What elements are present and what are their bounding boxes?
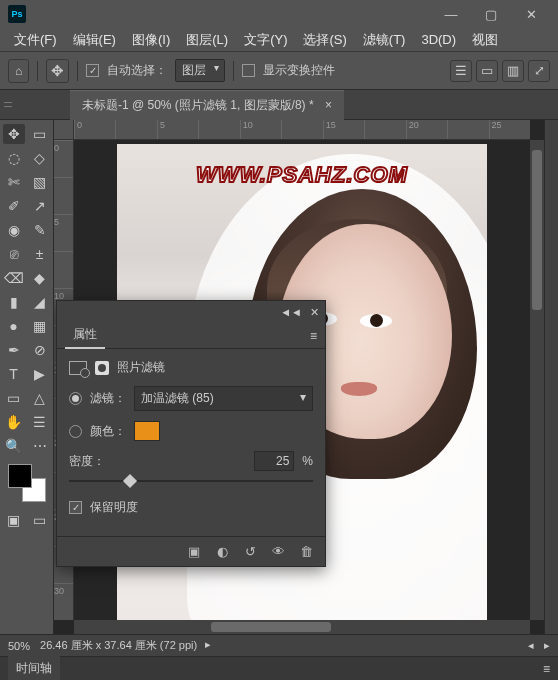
view-previous-state-icon[interactable]: ◐: [211, 541, 233, 563]
window-close-button[interactable]: ✕: [512, 3, 550, 25]
preserve-luminosity-checkbox[interactable]: [69, 501, 82, 514]
tool-5[interactable]: ▧: [29, 172, 51, 192]
tool-13[interactable]: ◆: [29, 268, 51, 288]
menu-filter[interactable]: 滤镜(T): [357, 29, 412, 51]
panel-tab-properties[interactable]: 属性: [65, 322, 105, 349]
tool-19[interactable]: ⊘: [29, 340, 51, 360]
tool-27[interactable]: ⋯: [29, 436, 51, 456]
reset-icon[interactable]: ↺: [239, 541, 261, 563]
menu-select[interactable]: 选择(S): [297, 29, 352, 51]
status-nav-right-icon[interactable]: ▸: [544, 639, 550, 652]
show-transform-checkbox[interactable]: [242, 64, 255, 77]
auto-select-mode-dropdown[interactable]: 图层: [175, 59, 225, 82]
panel-collapse-icon[interactable]: ◄◄: [280, 306, 302, 318]
auto-select-checkbox[interactable]: [86, 64, 99, 77]
tool-26[interactable]: 🔍: [3, 436, 25, 456]
menu-3d[interactable]: 3D(D): [415, 30, 462, 49]
tool-15[interactable]: ◢: [29, 292, 51, 312]
timeline-menu-icon[interactable]: ≡: [543, 662, 550, 676]
home-button[interactable]: ⌂: [8, 59, 29, 83]
toolbox: ✥▭◌◇✄▧✐↗◉✎⎚±⌫◆▮◢●▦✒⊘T▶▭△✋☰🔍⋯ ▣ ▭: [0, 120, 54, 634]
align-options-icon[interactable]: ☰: [450, 60, 472, 82]
menu-image[interactable]: 图像(I): [126, 29, 176, 51]
tool-22[interactable]: ▭: [3, 388, 25, 408]
tool-3[interactable]: ◇: [29, 148, 51, 168]
tool-14[interactable]: ▮: [3, 292, 25, 312]
artboard-icon[interactable]: ▭: [476, 60, 498, 82]
tool-12[interactable]: ⌫: [3, 268, 25, 288]
bottom-panel-row: 时间轴 ≡: [0, 656, 558, 680]
foreground-color-swatch[interactable]: [8, 464, 32, 488]
zoom-level[interactable]: 50%: [8, 640, 30, 652]
filter-radio[interactable]: [69, 392, 82, 405]
screenmode-icon[interactable]: ▭: [29, 510, 51, 530]
density-slider-handle[interactable]: [123, 474, 137, 488]
tool-18[interactable]: ✒: [3, 340, 25, 360]
mask-icon[interactable]: [95, 361, 109, 375]
adjustment-name: 照片滤镜: [117, 359, 165, 376]
tool-25[interactable]: ☰: [29, 412, 51, 432]
scrollbar-horizontal[interactable]: [74, 620, 530, 634]
tool-10[interactable]: ⎚: [3, 244, 25, 264]
tool-1[interactable]: ▭: [29, 124, 51, 144]
menu-type[interactable]: 文字(Y): [238, 29, 293, 51]
panel-menu-icon[interactable]: ≡: [310, 329, 317, 343]
filter-label: 滤镜：: [90, 390, 126, 407]
tool-0[interactable]: ✥: [3, 124, 25, 144]
menu-layer[interactable]: 图层(L): [180, 29, 234, 51]
density-slider[interactable]: [69, 473, 313, 489]
tool-23[interactable]: △: [29, 388, 51, 408]
tool-20[interactable]: T: [3, 364, 25, 384]
tool-8[interactable]: ◉: [3, 220, 25, 240]
document-tab[interactable]: 未标题-1 @ 50% (照片滤镜 1, 图层蒙版/8) * ×: [70, 90, 344, 120]
menu-bar: 文件(F) 编辑(E) 图像(I) 图层(L) 文字(Y) 选择(S) 滤镜(T…: [0, 28, 558, 52]
move-tool-icon[interactable]: ✥: [46, 59, 69, 83]
menu-file[interactable]: 文件(F): [8, 29, 63, 51]
clip-to-layer-icon[interactable]: ▣: [183, 541, 205, 563]
adjustment-type-icon[interactable]: [69, 361, 87, 375]
ruler-horizontal[interactable]: 0510152025: [74, 120, 530, 140]
window-minimize-button[interactable]: —: [432, 3, 470, 25]
menu-edit[interactable]: 编辑(E): [67, 29, 122, 51]
status-bar: 50% 26.46 厘米 x 37.64 厘米 (72 ppi) ◂ ▸: [0, 634, 558, 656]
tool-2[interactable]: ◌: [3, 148, 25, 168]
tool-21[interactable]: ▶: [29, 364, 51, 384]
options-bar: ⌂ ✥ 自动选择： 图层 显示变换控件 ☰ ▭ ▥ ⤢: [0, 52, 558, 90]
tool-24[interactable]: ✋: [3, 412, 25, 432]
timeline-tab[interactable]: 时间轴: [8, 656, 60, 680]
menu-view[interactable]: 视图: [466, 29, 504, 51]
tool-9[interactable]: ✎: [29, 220, 51, 240]
window-maximize-button[interactable]: ▢: [472, 3, 510, 25]
tool-4[interactable]: ✄: [3, 172, 25, 192]
filter-dropdown[interactable]: 加温滤镜 (85): [134, 386, 313, 411]
right-dock-collapsed[interactable]: [544, 120, 558, 634]
status-nav-left-icon[interactable]: ◂: [528, 639, 534, 652]
tool-17[interactable]: ▦: [29, 316, 51, 336]
visibility-icon[interactable]: 👁: [267, 541, 289, 563]
ruler-origin[interactable]: [54, 120, 74, 140]
image-eye-right: [360, 314, 392, 328]
scrollbar-horizontal-thumb[interactable]: [211, 622, 331, 632]
panel-close-icon[interactable]: ✕: [310, 306, 319, 319]
tool-7[interactable]: ↗: [29, 196, 51, 216]
document-tab-row: 未标题-1 @ 50% (照片滤镜 1, 图层蒙版/8) * ×: [0, 90, 558, 120]
show-transform-label: 显示变换控件: [263, 62, 335, 79]
screen-mode-icon[interactable]: ▥: [502, 60, 524, 82]
scrollbar-vertical-thumb[interactable]: [532, 150, 542, 310]
color-swatch[interactable]: [134, 421, 160, 441]
collapse-tools-handle[interactable]: [4, 93, 12, 117]
tool-6[interactable]: ✐: [3, 196, 25, 216]
canvas-area: 0510152025 051015202530 WWW.PSAHZ.COM ◄◄…: [54, 120, 544, 634]
density-input[interactable]: 25: [254, 451, 294, 471]
tool-16[interactable]: ●: [3, 316, 25, 336]
delete-icon[interactable]: 🗑: [295, 541, 317, 563]
quickmask-icon[interactable]: ▣: [3, 510, 25, 530]
color-swatches[interactable]: [8, 464, 46, 502]
color-radio[interactable]: [69, 425, 82, 438]
properties-panel: ◄◄ ✕ 属性 ≡ 照片滤镜 滤镜： 加温滤镜 (85): [56, 300, 326, 567]
share-icon[interactable]: ⤢: [528, 60, 550, 82]
scrollbar-vertical[interactable]: [530, 140, 544, 620]
tool-11[interactable]: ±: [29, 244, 51, 264]
document-info[interactable]: 26.46 厘米 x 37.64 厘米 (72 ppi): [40, 638, 211, 653]
document-tab-close-icon[interactable]: ×: [325, 98, 332, 112]
